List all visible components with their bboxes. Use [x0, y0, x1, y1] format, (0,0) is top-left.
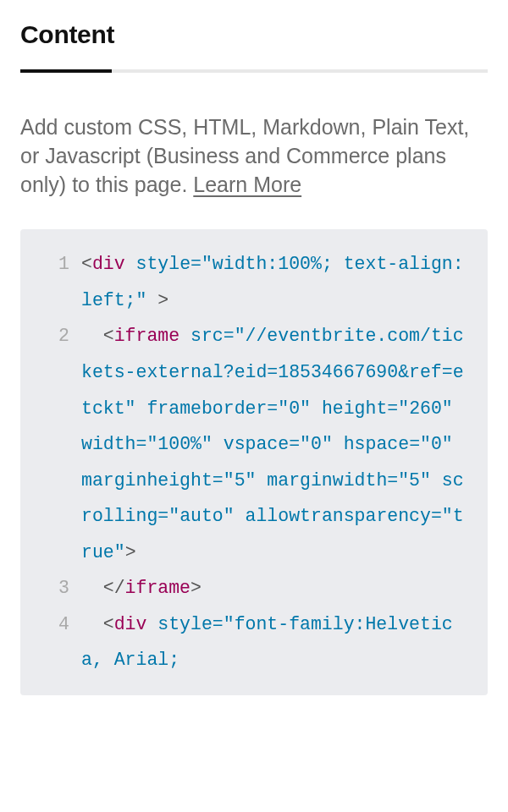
code-line: 4 <div style="font-family:Helvetica, Ari… [20, 606, 474, 678]
code-editor[interactable]: 1<div style="width:100%; text-align: lef… [20, 229, 488, 695]
line-number: 2 [20, 318, 81, 354]
code-line: 1<div style="width:100%; text-align: lef… [20, 246, 474, 318]
code-content[interactable]: <iframe src="//eventbrite.com/tickets-ex… [81, 318, 474, 570]
code-content[interactable]: <div style="font-family:Helvetica, Arial… [81, 606, 474, 678]
code-content[interactable]: </iframe> [81, 570, 474, 606]
code-content[interactable]: <div style="width:100%; text-align: left… [81, 246, 474, 318]
tab-underline-active [20, 69, 112, 73]
tab-content[interactable]: Content [20, 20, 488, 49]
line-number: 1 [20, 246, 81, 283]
panel: Content Add custom CSS, HTML, Markdown, … [0, 0, 508, 716]
code-line: 3 </iframe> [20, 570, 474, 606]
description-text: Add custom CSS, HTML, Markdown, Plain Te… [20, 113, 488, 199]
code-line: 2 <iframe src="//eventbrite.com/tickets-… [20, 318, 474, 570]
learn-more-link[interactable]: Learn More [193, 173, 301, 196]
line-number: 4 [20, 606, 81, 643]
tab-header: Content [20, 20, 488, 73]
tab-underline [20, 69, 488, 73]
line-number: 3 [20, 570, 81, 606]
